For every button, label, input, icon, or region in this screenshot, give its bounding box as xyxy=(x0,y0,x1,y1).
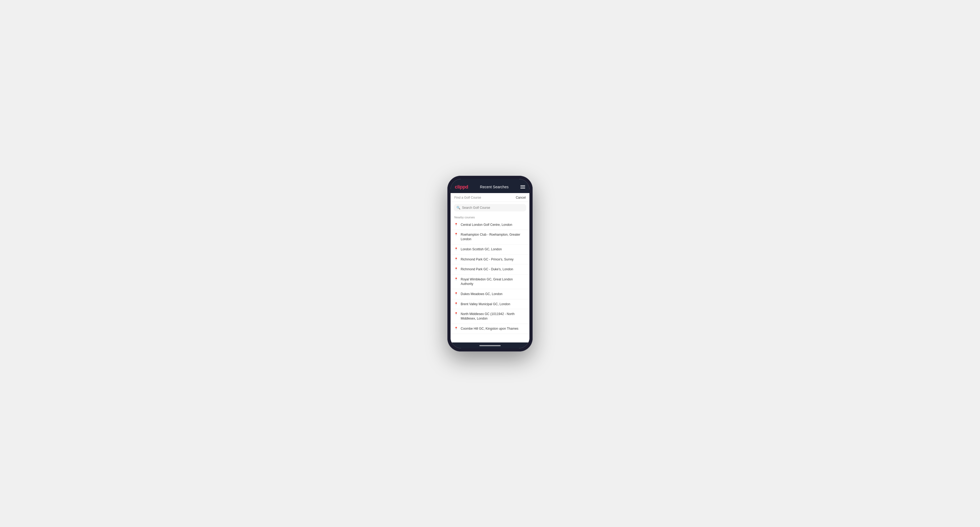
list-item[interactable]: 📍 Richmond Park GC - Duke's, London xyxy=(450,264,530,275)
pin-icon: 📍 xyxy=(454,267,458,271)
search-icon: 🔍 xyxy=(457,206,460,210)
find-bar-label: Find a Golf Course xyxy=(454,196,481,200)
home-indicator-bar xyxy=(479,345,501,346)
course-name: Roehampton Club - Roehampton, Greater Lo… xyxy=(461,232,526,241)
pin-icon: 📍 xyxy=(454,327,458,330)
list-item[interactable]: 📍 Coombe Hill GC, Kingston upon Thames xyxy=(450,324,530,334)
nearby-courses-label: Nearby courses xyxy=(450,214,530,220)
main-content: Find a Golf Course Cancel 🔍 Nearby cours… xyxy=(450,193,530,343)
home-indicator xyxy=(450,343,530,348)
course-name: North Middlesex GC (1011942 - North Midd… xyxy=(461,312,526,321)
course-name: Richmond Park GC - Prince's, Surrey xyxy=(461,257,514,262)
list-item[interactable]: 📍 Roehampton Club - Roehampton, Greater … xyxy=(450,230,530,244)
course-name: Dukes Meadows GC, London xyxy=(461,292,503,296)
list-item[interactable]: 📍 Central London Golf Centre, London xyxy=(450,220,530,230)
phone-screen: clippd Recent Searches Find a Golf Cours… xyxy=(450,179,530,348)
pin-icon: 📍 xyxy=(454,278,458,281)
course-name: Royal Wimbledon GC, Great London Authori… xyxy=(461,277,526,286)
search-container: 🔍 xyxy=(450,202,530,214)
pin-icon: 📍 xyxy=(454,233,458,236)
menu-icon[interactable] xyxy=(520,185,525,189)
page-title: Recent Searches xyxy=(480,185,508,189)
phone-frame: clippd Recent Searches Find a Golf Cours… xyxy=(447,176,533,351)
find-bar: Find a Golf Course Cancel xyxy=(450,193,530,202)
course-name: London Scottish GC, London xyxy=(461,247,502,252)
phone-notch xyxy=(450,179,530,182)
course-name: Brent Valley Municipal GC, London xyxy=(461,302,510,306)
list-item[interactable]: 📍 North Middlesex GC (1011942 - North Mi… xyxy=(450,309,530,324)
pin-icon: 📍 xyxy=(454,292,458,295)
pin-icon: 📍 xyxy=(454,248,458,251)
list-item[interactable]: 📍 London Scottish GC, London xyxy=(450,244,530,255)
list-item[interactable]: 📍 Richmond Park GC - Prince's, Surrey xyxy=(450,255,530,265)
course-name: Richmond Park GC - Duke's, London xyxy=(461,267,513,271)
search-input[interactable] xyxy=(462,206,523,210)
pin-icon: 📍 xyxy=(454,223,458,226)
list-item[interactable]: 📍 Brent Valley Municipal GC, London xyxy=(450,299,530,310)
course-name: Coombe Hill GC, Kingston upon Thames xyxy=(461,327,519,331)
app-header: clippd Recent Searches xyxy=(450,182,530,193)
list-item[interactable]: 📍 Royal Wimbledon GC, Great London Autho… xyxy=(450,275,530,289)
pin-icon: 📍 xyxy=(454,302,458,306)
pin-icon: 📍 xyxy=(454,257,458,261)
course-list: 📍 Central London Golf Centre, London 📍 R… xyxy=(450,220,530,343)
list-item[interactable]: 📍 Dukes Meadows GC, London xyxy=(450,289,530,299)
search-box: 🔍 xyxy=(454,204,526,211)
course-name: Central London Golf Centre, London xyxy=(461,222,512,227)
pin-icon: 📍 xyxy=(454,312,458,316)
app-logo: clippd xyxy=(455,184,468,190)
cancel-button[interactable]: Cancel xyxy=(516,196,526,200)
